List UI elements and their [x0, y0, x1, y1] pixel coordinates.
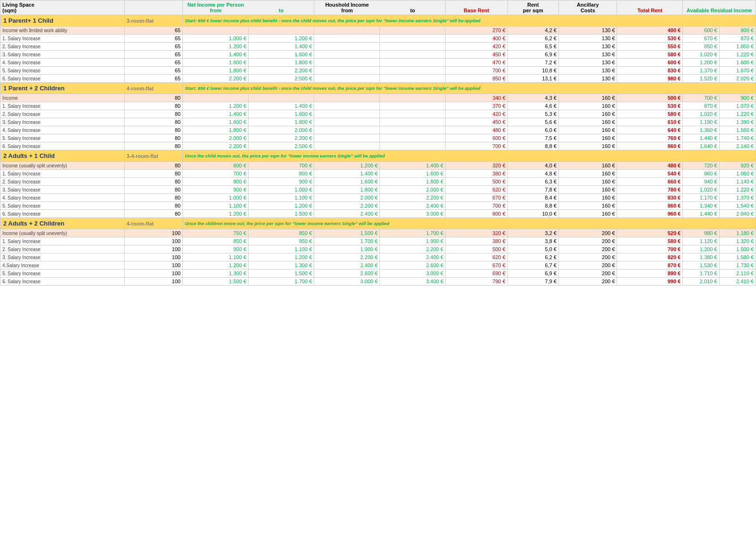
- row-label: 5. Salary Increase: [0, 202, 125, 210]
- section-title: 2 Adults + 2 Children: [0, 218, 125, 229]
- row-rent-sqm: 6,2 €: [507, 35, 558, 43]
- row-label: 6. Salary Increase: [0, 210, 125, 218]
- row-total-rent: 830 €: [617, 67, 683, 75]
- row-avail-from: 1.200 €: [683, 245, 719, 253]
- row-ancillary: 130 €: [558, 26, 617, 35]
- section-header-s4: 2 Adults + 2 Children 4-room-flat Once t…: [0, 218, 756, 229]
- row-total-rent: 640 €: [617, 126, 683, 134]
- row-avail-from: 670 €: [683, 35, 719, 43]
- row-rent-sqm: 6,5 €: [507, 43, 558, 51]
- salary-row: 4. Salary Increase 80 1.000 € 1.100 € 2.…: [0, 194, 756, 202]
- row-hh-from: [314, 118, 380, 126]
- row-base-rent: 850 €: [446, 75, 507, 83]
- salary-row: 5. Salary Increase 80 2.000 € 2.200 € 60…: [0, 134, 756, 142]
- row-hh-to: 2.000 €: [380, 186, 446, 194]
- row-label: 5. Salary Increase: [0, 134, 125, 142]
- row-hh-to: [380, 51, 446, 59]
- row-sqm: 65: [124, 35, 183, 43]
- row-label: 1. Salary Increase: [0, 170, 125, 178]
- row-net-from: 1.600 €: [183, 118, 249, 126]
- row-ancillary: 160 €: [558, 210, 617, 218]
- row-sqm: 100: [124, 237, 183, 245]
- row-hh-to: 1.400 €: [380, 162, 446, 170]
- col-label-header: Living Space(sqm): [0, 0, 125, 15]
- row-net-from: 1.200 €: [183, 210, 249, 218]
- row-hh-from: [314, 59, 380, 67]
- row-avail-to: 1.540 €: [719, 202, 756, 210]
- row-label: 1. Salary Increase: [0, 237, 125, 245]
- income-row: Income 80 340 € 4,3 € 160 € 500 € 700 € …: [0, 94, 756, 102]
- row-base-rent: 700 €: [446, 202, 507, 210]
- row-avail-to: 920 €: [719, 162, 756, 170]
- row-net-from: 900 €: [183, 186, 249, 194]
- row-avail-from: 1.340 €: [683, 202, 719, 210]
- row-avail-to: 2.140 €: [719, 142, 756, 150]
- row-total-rent: 760 €: [617, 134, 683, 142]
- salary-row: 4. Salary Increase 65 1.600 € 1.800 € 47…: [0, 59, 756, 67]
- row-avail-to: 1.070 €: [719, 102, 756, 110]
- row-net-to: 1.800 €: [249, 59, 314, 67]
- row-net-from: 1.800 €: [183, 126, 249, 134]
- col-hh-from-header: Houshold Incomefrom: [314, 0, 380, 15]
- row-ancillary: 160 €: [558, 162, 617, 170]
- row-base-rent: 700 €: [446, 142, 507, 150]
- row-net-from: 1.500 €: [183, 278, 249, 286]
- row-avail-to: 1.060 €: [719, 170, 756, 178]
- salary-row: 5. Salary Increase 65 1.800 € 2.200 € 70…: [0, 67, 756, 75]
- row-sqm: 100: [124, 270, 183, 278]
- row-hh-to: 3.000 €: [380, 210, 446, 218]
- row-net-from: 1.300 €: [183, 270, 249, 278]
- row-sqm: 80: [124, 186, 183, 194]
- row-rent-sqm: 6,7 €: [507, 261, 558, 270]
- row-net-to: 1.700 €: [249, 278, 314, 286]
- row-label: 5. Salary Increase: [0, 270, 125, 278]
- row-avail-to: 1.140 €: [719, 178, 756, 186]
- section-flat-type: 3-room-flat: [124, 15, 183, 26]
- row-avail-to: 1.220 €: [719, 51, 756, 59]
- salary-row: 2. Salary Increase 80 1.400 € 1.600 € 42…: [0, 110, 756, 118]
- row-hh-from: 1.700 €: [314, 237, 380, 245]
- row-net-to: 1.500 €: [249, 210, 314, 218]
- row-rent-sqm: 7,2 €: [507, 59, 558, 67]
- row-rent-sqm: 10,8 €: [507, 67, 558, 75]
- row-sqm: 80: [124, 178, 183, 186]
- header-row: Living Space(sqm) Net Income per Personf…: [0, 0, 756, 15]
- row-base-rent: 620 €: [446, 186, 507, 194]
- salary-row: 4. Salary Increase 80 1.800 € 2.000 € 48…: [0, 126, 756, 134]
- row-sqm: 80: [124, 118, 183, 126]
- salary-row: 6. Salary Increase 80 2.200 € 2.500 € 70…: [0, 142, 756, 150]
- row-hh-from: [314, 43, 380, 51]
- row-hh-from: 1.400 €: [314, 170, 380, 178]
- row-net-from: 750 €: [183, 229, 249, 237]
- row-net-to: [249, 26, 314, 35]
- row-hh-to: 2.400 €: [380, 202, 446, 210]
- row-hh-to: [380, 35, 446, 43]
- row-net-from: 850 €: [183, 237, 249, 245]
- row-net-to: 1.500 €: [249, 270, 314, 278]
- row-rent-sqm: 7,5 €: [507, 134, 558, 142]
- col-avail-from-header: Available Residual Income: [683, 0, 756, 15]
- row-base-rent: 480 €: [446, 126, 507, 134]
- row-avail-from: 850 €: [683, 43, 719, 51]
- col-base-rent-header: Base Rent: [446, 0, 507, 15]
- row-rent-sqm: 8,8 €: [507, 142, 558, 150]
- row-avail-to: 1.320 €: [719, 237, 756, 245]
- row-total-rent: 780 €: [617, 186, 683, 194]
- income-row: Income with limited work ability 65 270 …: [0, 26, 756, 35]
- row-avail-from: 720 €: [683, 162, 719, 170]
- row-rent-sqm: 6,0 €: [507, 126, 558, 134]
- row-label: Income with limited work ability: [0, 26, 125, 35]
- section-note: Start: 850 € lower income plus child ben…: [183, 15, 756, 26]
- row-rent-sqm: 6,3 €: [507, 178, 558, 186]
- table-body: 1 Parent+ 1 Child 3-room-flat Start: 850…: [0, 15, 756, 286]
- salary-row: 1. Salary Increase 100 850 € 950 € 1.700…: [0, 237, 756, 245]
- salary-row: 2. Salary Increase 65 1.200 € 1.400 € 42…: [0, 43, 756, 51]
- row-rent-sqm: 4,0 €: [507, 162, 558, 170]
- row-rent-sqm: 10,0 €: [507, 210, 558, 218]
- row-base-rent: 800 €: [446, 210, 507, 218]
- row-ancillary: 130 €: [558, 35, 617, 43]
- row-hh-from: [314, 110, 380, 118]
- row-sqm: 65: [124, 67, 183, 75]
- section-header-s2: 1 Parent + 2 Children 4-room-flat Start:…: [0, 83, 756, 94]
- row-ancillary: 160 €: [558, 134, 617, 142]
